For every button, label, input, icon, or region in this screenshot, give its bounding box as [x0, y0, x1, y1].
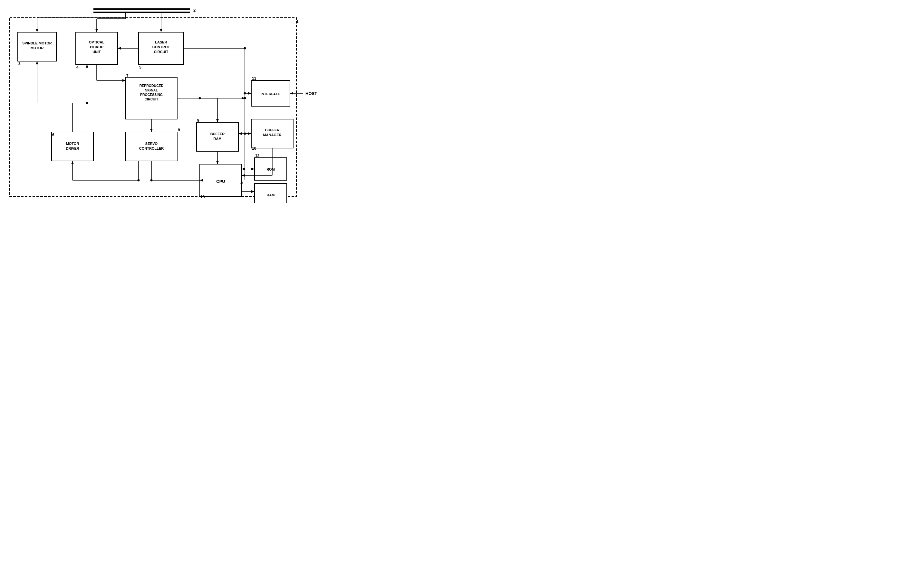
label-ref7: 7: [126, 74, 129, 78]
svg-marker-83: [86, 64, 88, 67]
label-ref4: 4: [76, 65, 79, 69]
diagram-svg: 2 1 SPINDLE MOTOR MOTOR 3 OPTICAL PICKUP…: [0, 0, 322, 203]
svg-marker-37: [117, 47, 121, 49]
svg-marker-85: [242, 168, 245, 170]
svg-text:SIGNAL: SIGNAL: [145, 88, 158, 92]
svg-text:CONTROLLER: CONTROLLER: [139, 146, 164, 150]
svg-marker-51: [290, 92, 293, 95]
diagram-container: 2 1 SPINDLE MOTOR MOTOR 3 OPTICAL PICKUP…: [0, 0, 322, 203]
spindle-motor-label: SPINDLE MOTOR: [22, 41, 52, 45]
svg-marker-40: [122, 79, 125, 82]
svg-text:LASER: LASER: [155, 40, 167, 44]
svg-text:INTERFACE: INTERFACE: [261, 92, 280, 96]
svg-text:ROM: ROM: [266, 168, 275, 171]
svg-text:BUFFER: BUFFER: [265, 128, 280, 132]
svg-text:RAM: RAM: [266, 193, 274, 197]
label-ref6: 6: [52, 133, 54, 137]
label-ref12: 12: [255, 153, 260, 158]
svg-marker-81: [36, 61, 38, 64]
svg-text:DRIVER: DRIVER: [66, 146, 79, 150]
svg-marker-68: [242, 174, 245, 177]
label-ref13: 13: [200, 195, 205, 199]
svg-marker-32: [96, 29, 98, 32]
svg-marker-56: [150, 129, 153, 132]
svg-text:PROCESSING: PROCESSING: [140, 93, 163, 97]
svg-text:MOTOR: MOTOR: [66, 141, 79, 146]
svg-point-46: [244, 47, 246, 49]
svg-text:REPRODUCED: REPRODUCED: [140, 84, 164, 87]
svg-text:UNIT: UNIT: [92, 50, 101, 54]
svg-point-54: [244, 97, 246, 99]
svg-point-60: [199, 97, 201, 99]
svg-marker-65: [216, 161, 219, 164]
label-ref10: 10: [252, 146, 256, 151]
svg-text:PICKUP: PICKUP: [90, 45, 104, 49]
svg-marker-62: [238, 132, 242, 135]
label-ref1: 1: [296, 19, 299, 24]
label-ref8: 8: [178, 128, 180, 132]
svg-point-76: [138, 179, 140, 182]
label-ref11: 11: [252, 76, 256, 81]
svg-text:RAM: RAM: [213, 137, 221, 141]
svg-text:BUFFER: BUFFER: [210, 132, 225, 136]
svg-text:CIRCUIT: CIRCUIT: [154, 50, 168, 54]
svg-text:CPU: CPU: [216, 179, 225, 184]
svg-point-92: [244, 133, 246, 135]
host-label: HOST: [305, 91, 317, 96]
svg-marker-48: [248, 92, 251, 95]
svg-text:CIRCUIT: CIRCUIT: [145, 97, 158, 101]
svg-marker-75: [71, 161, 74, 164]
svg-text:SERVO: SERVO: [145, 141, 158, 146]
label-ref2: 2: [193, 8, 196, 13]
label-ref9: 9: [197, 118, 200, 123]
svg-text:MANAGER: MANAGER: [263, 133, 282, 137]
svg-text:OPTICAL: OPTICAL: [89, 40, 105, 44]
label-ref3: 3: [18, 61, 21, 66]
svg-marker-86: [251, 168, 254, 170]
svg-point-49: [244, 92, 246, 95]
svg-point-77: [150, 179, 153, 182]
svg-marker-59: [216, 119, 219, 122]
svg-text:MOTOR: MOTOR: [31, 46, 44, 50]
svg-text:CONTROL: CONTROL: [152, 45, 170, 49]
svg-marker-35: [160, 29, 162, 32]
label-ref5: 5: [139, 65, 142, 69]
svg-marker-90: [251, 190, 254, 193]
